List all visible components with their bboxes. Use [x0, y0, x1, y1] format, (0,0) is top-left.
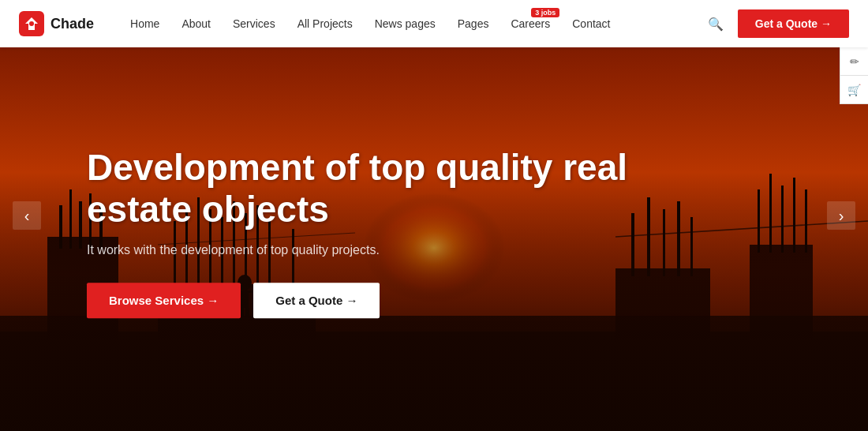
search-button[interactable]: 🔍 — [703, 12, 728, 36]
nav-item-about[interactable]: About — [170, 11, 222, 36]
hero-buttons: Browse Services → Get a Quote → — [87, 283, 639, 318]
hero-content: Development of top quality real estate o… — [87, 147, 639, 318]
chevron-left-icon: ‹ — [24, 207, 30, 225]
logo-link[interactable]: Chade — [19, 11, 94, 36]
nav-item-pages[interactable]: Pages — [447, 11, 500, 36]
nav-links: Home About Services All Projects News pa… — [119, 11, 703, 36]
navbar: Chade Home About Services All Projects N… — [0, 0, 868, 47]
nav-right: 🔍 Get a Quote → — [703, 9, 849, 38]
carousel-prev-button[interactable]: ‹ — [13, 201, 41, 230]
nav-link-home[interactable]: Home — [119, 11, 170, 36]
nav-item-services[interactable]: Services — [222, 11, 286, 36]
nav-item-news-pages[interactable]: News pages — [364, 11, 447, 36]
nav-link-services[interactable]: Services — [222, 11, 286, 36]
brand-name: Chade — [51, 16, 94, 32]
carousel-next-button[interactable]: › — [827, 201, 855, 230]
search-icon: 🔍 — [708, 17, 724, 31]
nav-link-contact[interactable]: Contact — [561, 11, 621, 36]
nav-item-all-projects[interactable]: All Projects — [286, 11, 364, 36]
hero-title: Development of top quality real estate o… — [87, 147, 639, 230]
nav-item-contact[interactable]: Contact — [561, 11, 621, 36]
nav-link-about[interactable]: About — [170, 11, 222, 36]
pencil-tool-button[interactable]: ✏ — [840, 47, 868, 76]
hero-subtitle: It works with the development of top qua… — [87, 243, 639, 257]
hero-section: Development of top quality real estate o… — [0, 0, 868, 431]
svg-point-42 — [29, 21, 34, 26]
cart-button[interactable]: 🛒 — [840, 76, 868, 104]
side-toolbar: ✏ 🛒 — [840, 47, 868, 104]
pencil-icon: ✏ — [850, 55, 859, 68]
nav-item-home[interactable]: Home — [119, 11, 170, 36]
nav-link-news-pages[interactable]: News pages — [364, 11, 447, 36]
browse-services-button[interactable]: Browse Services → — [87, 283, 241, 318]
chevron-right-icon: › — [839, 207, 844, 225]
nav-link-all-projects[interactable]: All Projects — [286, 11, 364, 36]
logo-icon — [19, 11, 44, 36]
cart-icon: 🛒 — [847, 84, 861, 96]
nav-item-careers[interactable]: Careers 3 jobs — [499, 11, 561, 36]
nav-link-pages[interactable]: Pages — [447, 11, 500, 36]
get-quote-button[interactable]: Get a Quote → — [253, 283, 380, 318]
careers-badge: 3 jobs — [531, 8, 559, 17]
navbar-quote-button[interactable]: Get a Quote → — [738, 9, 849, 38]
